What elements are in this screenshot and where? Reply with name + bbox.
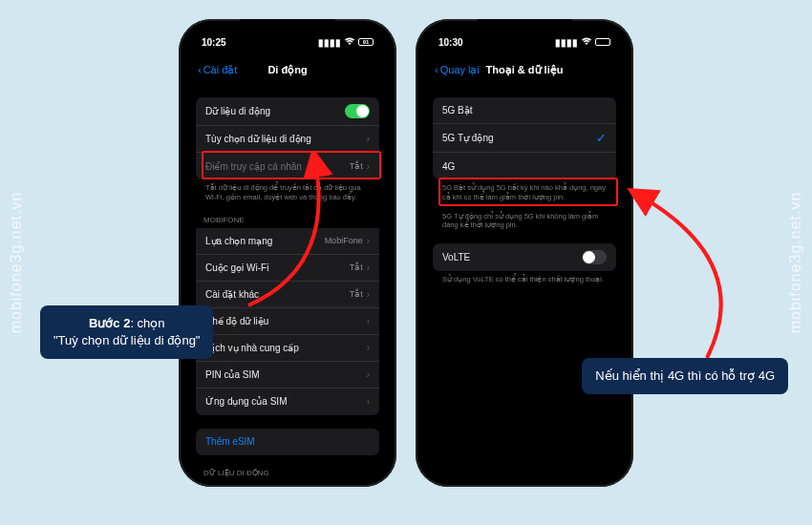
- battery-icon: 91: [358, 38, 374, 46]
- row-sim-apps[interactable]: Ứng dụng của SIM ›: [196, 388, 379, 415]
- row-label: Cài đặt khác: [205, 289, 259, 300]
- chevron-right-icon: ›: [367, 316, 370, 326]
- chevron-right-icon: ›: [367, 236, 370, 246]
- screen-right: 10:30 ▮▮▮▮ ‹ Quay lại Thoại & dữ liệu: [425, 29, 624, 477]
- notch: [240, 19, 335, 38]
- callout-bold: Bước 2: [89, 316, 130, 330]
- row-data-options[interactable]: Tùy chọn dữ liệu di động ›: [196, 126, 379, 153]
- row-label: 4G: [442, 161, 455, 172]
- phone-right: 10:30 ▮▮▮▮ ‹ Quay lại Thoại & dữ liệu: [416, 19, 633, 487]
- callout-step2: Bước 2: chọn "Tuỳ chọn dữ liệu di động": [40, 305, 213, 359]
- chevron-right-icon: ›: [367, 262, 370, 273]
- row-label: Điểm truy cập cá nhân: [205, 161, 302, 172]
- row-5g-on[interactable]: 5G Bật: [433, 97, 616, 124]
- group-header-carrier: MOBIFONE: [196, 216, 379, 228]
- callout-text: Nếu hiển thị 4G thì có hỗ trợ 4G: [595, 368, 775, 383]
- row-network-selection[interactable]: Lựa chọn mạng MobiFone›: [196, 228, 379, 255]
- row-add-esim[interactable]: Thêm eSIM: [196, 429, 379, 455]
- chevron-right-icon: ›: [367, 161, 370, 172]
- row-label: Thêm eSIM: [205, 436, 255, 447]
- row-mobile-data[interactable]: Dữ liệu di động: [196, 97, 379, 126]
- status-time: 10:25: [202, 37, 226, 48]
- toggle-mobile-data[interactable]: [345, 104, 370, 118]
- chevron-right-icon: ›: [367, 396, 370, 407]
- toggle-volte[interactable]: [582, 250, 607, 264]
- footnote: 5G Bật sử dụng 5G bất kỳ khi nào khả dụn…: [433, 179, 616, 202]
- status-time: 10:30: [438, 37, 463, 48]
- wifi-icon: [581, 37, 592, 48]
- chevron-left-icon: ‹: [435, 64, 438, 75]
- callout-text-line2: "Tuỳ chọn dữ liệu di động": [53, 332, 200, 349]
- back-label: Cài đặt: [203, 64, 238, 76]
- back-button[interactable]: ‹ Cài đặt: [198, 64, 237, 76]
- callout-text: : chọn: [130, 316, 164, 330]
- row-label: Ứng dụng của SIM: [205, 396, 287, 407]
- settings-list: Dữ liệu di động Tùy chọn dữ liệu di động…: [188, 97, 387, 477]
- callout-4g-support: Nếu hiển thị 4G thì có hỗ trợ 4G: [582, 358, 788, 394]
- row-sim-pin[interactable]: PIN của SIM ›: [196, 362, 379, 388]
- footnote: Tắt dữ liệu di động để truyền tất cả dữ …: [196, 179, 379, 202]
- row-value: Tắt: [350, 161, 363, 171]
- row-label: Lựa chọn mạng: [205, 236, 272, 246]
- row-value: MobiFone: [325, 236, 363, 245]
- row-label: PIN của SIM: [205, 369, 260, 380]
- row-hotspot[interactable]: Điểm truy cập cá nhân Tắt›: [196, 153, 379, 179]
- check-icon: ✓: [596, 131, 607, 145]
- row-label: Cuộc gọi Wi-Fi: [205, 262, 268, 273]
- row-label: VoLTE: [442, 252, 470, 262]
- battery-icon: [595, 38, 610, 46]
- row-label: Dịch vụ nhà cung cấp: [205, 343, 299, 353]
- back-button[interactable]: ‹ Quay lại: [435, 64, 480, 76]
- row-value: Tắt: [350, 289, 363, 299]
- row-data-mode[interactable]: Chế độ dữ liệu ›: [196, 308, 379, 335]
- row-label: 5G Tự động: [442, 133, 494, 143]
- chevron-right-icon: ›: [367, 343, 370, 353]
- nav-bar: ‹ Quay lại Thoại & dữ liệu: [425, 55, 624, 84]
- chevron-right-icon: ›: [367, 134, 370, 144]
- row-label: Tùy chọn dữ liệu di động: [205, 134, 311, 144]
- row-5g-auto[interactable]: 5G Tự động ✓: [433, 124, 616, 153]
- footnote: 5G Tự động chỉ sử dụng 5G khi không làm …: [433, 208, 616, 231]
- nav-bar: ‹ Cài đặt Di động: [188, 55, 387, 84]
- signal-icon: ▮▮▮▮: [318, 37, 341, 48]
- screen-left: 10:25 ▮▮▮▮ 91 ‹ Cài đặt Di động: [188, 29, 387, 477]
- page-title: Thoại & dữ liệu: [486, 64, 564, 76]
- wifi-icon: [344, 37, 355, 48]
- footnote: Sử dụng VoLTE có thể cải thiện chất lượn…: [433, 271, 616, 284]
- row-label: 5G Bật: [442, 105, 473, 116]
- row-volte[interactable]: VoLTE: [433, 243, 616, 271]
- row-value: Tắt: [350, 262, 363, 272]
- chevron-right-icon: ›: [367, 369, 370, 380]
- row-wifi-calling[interactable]: Cuộc gọi Wi-Fi Tắt›: [196, 255, 379, 282]
- phone-left: 10:25 ▮▮▮▮ 91 ‹ Cài đặt Di động: [179, 19, 396, 487]
- status-icons: ▮▮▮▮ 91: [318, 37, 374, 48]
- row-label: Dữ liệu di động: [205, 106, 270, 116]
- back-label: Quay lại: [440, 64, 480, 76]
- chevron-right-icon: ›: [367, 289, 370, 300]
- group-header-data: DỮ LIỆU DI ĐỘNG: [196, 469, 379, 478]
- row-label: Chế độ dữ liệu: [205, 316, 268, 326]
- row-other[interactable]: Cài đặt khác Tắt›: [196, 282, 379, 308]
- signal-icon: ▮▮▮▮: [555, 37, 578, 48]
- page-title: Di động: [267, 64, 307, 76]
- settings-list: 5G Bật 5G Tự động ✓ 4G 5G Bật sử dụng 5G…: [425, 97, 624, 284]
- notch: [477, 19, 572, 38]
- row-4g[interactable]: 4G: [433, 153, 616, 179]
- status-icons: ▮▮▮▮: [555, 37, 610, 48]
- stage: 10:25 ▮▮▮▮ 91 ‹ Cài đặt Di động: [0, 0, 812, 525]
- row-provider[interactable]: Dịch vụ nhà cung cấp ›: [196, 335, 379, 362]
- chevron-left-icon: ‹: [198, 64, 202, 75]
